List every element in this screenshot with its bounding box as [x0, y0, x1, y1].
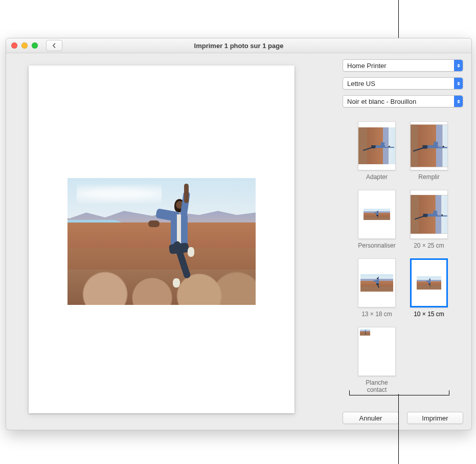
- layout-label: 10 × 15 cm: [414, 311, 444, 318]
- window-controls: [11, 42, 38, 49]
- print-preview-area: [6, 53, 337, 430]
- printer-select-value: Home Printer: [347, 62, 451, 70]
- updown-icon: [454, 96, 463, 107]
- close-icon[interactable]: [11, 42, 17, 49]
- chevron-left-icon: [52, 43, 57, 48]
- layout-thumb: [358, 327, 396, 376]
- layout-thumb: [410, 258, 448, 307]
- layout-option-adapter[interactable]: Adapter: [357, 121, 397, 181]
- layout-option-10x15[interactable]: 10 × 15 cm: [409, 258, 449, 318]
- titlebar: Imprimer 1 photo sur 1 page: [6, 38, 471, 53]
- layout-label: Adapter: [366, 173, 388, 181]
- minimize-icon[interactable]: [21, 42, 28, 49]
- layout-thumb: [358, 121, 396, 170]
- paper-size-select[interactable]: Lettre US: [343, 77, 463, 90]
- cancel-button[interactable]: Annuler: [343, 412, 399, 424]
- layout-thumb: [410, 190, 448, 239]
- print-button-label: Imprimer: [422, 414, 448, 422]
- page-preview: [29, 65, 294, 413]
- layout-option-planche-contact[interactable]: Planche contact: [357, 327, 397, 393]
- print-quality-select[interactable]: Noir et blanc - Brouillon: [343, 95, 463, 107]
- cancel-button-label: Annuler: [359, 414, 382, 422]
- updown-icon: [454, 60, 463, 71]
- layout-thumb: [358, 190, 396, 239]
- zoom-icon[interactable]: [32, 42, 38, 49]
- print-button[interactable]: Imprimer: [407, 412, 463, 424]
- layout-format-grid: Adapter Remplir: [343, 121, 463, 393]
- layout-label: 13 × 18 cm: [361, 311, 392, 318]
- print-dialog-window: Imprimer 1 photo sur 1 page: [6, 38, 472, 430]
- layout-label: Personnaliser: [358, 242, 395, 249]
- photo-preview: [67, 178, 256, 305]
- callout-line-bottom: [398, 394, 399, 464]
- layout-option-13x18[interactable]: 13 × 18 cm: [357, 258, 397, 318]
- print-options-sidebar: Home Printer Lettre US Noir et blanc - B…: [337, 53, 471, 430]
- printer-select[interactable]: Home Printer: [343, 59, 463, 72]
- callout-bracket: [349, 390, 449, 395]
- layout-option-20x25[interactable]: 20 × 25 cm: [409, 190, 449, 249]
- layout-option-personnaliser[interactable]: Personnaliser: [357, 190, 397, 249]
- back-button[interactable]: [46, 40, 62, 51]
- layout-label: Remplir: [418, 173, 439, 181]
- layout-option-remplir[interactable]: Remplir: [409, 121, 449, 181]
- dialog-footer: Annuler Imprimer: [343, 403, 463, 424]
- layout-thumb: [358, 258, 396, 307]
- paper-size-select-value: Lettre US: [347, 80, 451, 87]
- updown-icon: [454, 78, 463, 89]
- window-title: Imprimer 1 photo sur 1 page: [6, 42, 471, 50]
- layout-label: 20 × 25 cm: [414, 242, 444, 249]
- print-quality-select-value: Noir et blanc - Brouillon: [347, 98, 451, 105]
- layout-thumb: [410, 121, 448, 170]
